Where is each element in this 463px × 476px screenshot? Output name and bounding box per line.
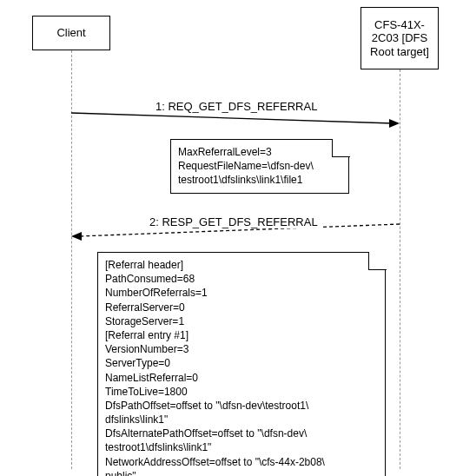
note2-l12: DfsAlternatePathOffset=offset to "\dfsn-… xyxy=(105,426,378,440)
note-request: MaxReferralLevel=3 RequestFileName=\dfsn… xyxy=(170,139,349,194)
svg-marker-3 xyxy=(71,232,82,241)
note2-l13: testroot1\dfslinks\link1" xyxy=(105,440,378,454)
note2-l2: NumberOfReferrals=1 xyxy=(105,286,378,300)
svg-marker-1 xyxy=(389,119,400,128)
note2-l8: NameListReferral=0 xyxy=(105,371,378,385)
note2-l15: public" xyxy=(105,469,378,476)
actor-server-label: CFS-41X-2C03 [DFS Root target] xyxy=(365,18,434,59)
actor-server: CFS-41X-2C03 [DFS Root target] xyxy=(360,7,439,69)
msg-resp-label: 2: RESP_GET_DFS_REFERRAL xyxy=(146,215,321,228)
note2-l10: DfsPathOffset=offset to "\dfsn-dev\testr… xyxy=(105,399,378,413)
note-response: [Referral header] PathConsumed=68 Number… xyxy=(97,252,386,476)
note2-l1: PathConsumed=68 xyxy=(105,272,378,286)
note2-l11: dfslinks\link1" xyxy=(105,413,378,426)
note1-l1: RequestFileName=\dfsn-dev\ xyxy=(178,159,341,173)
actor-client: Client xyxy=(32,16,110,50)
actor-client-label: Client xyxy=(56,26,85,40)
note1-l0: MaxReferralLevel=3 xyxy=(178,145,341,159)
sequence-diagram: Client CFS-41X-2C03 [DFS Root target] 1:… xyxy=(0,0,463,476)
lifeline-server xyxy=(400,69,400,469)
note-fold-icon xyxy=(368,252,387,270)
note2-l9: TimeToLive=1800 xyxy=(105,385,378,399)
msg-req-label: 1: REQ_GET_DFS_REFERRAL xyxy=(152,100,321,113)
note2-l3: ReferralServer=0 xyxy=(105,301,378,314)
note1-l2: testroot1\dfslinks\link1\file1 xyxy=(178,173,341,187)
note-fold-icon xyxy=(332,139,350,157)
note2-l5: [Referral entry #1] xyxy=(105,328,378,342)
note2-l0: [Referral header] xyxy=(105,258,378,272)
note2-l7: ServerType=0 xyxy=(105,356,378,370)
svg-line-0 xyxy=(71,113,393,123)
note2-l4: StorageServer=1 xyxy=(105,314,378,328)
note2-l6: VersionNumber=3 xyxy=(105,342,378,356)
note2-l14: NetworkAddressOffset=offset to "\cfs-44x… xyxy=(105,455,378,469)
